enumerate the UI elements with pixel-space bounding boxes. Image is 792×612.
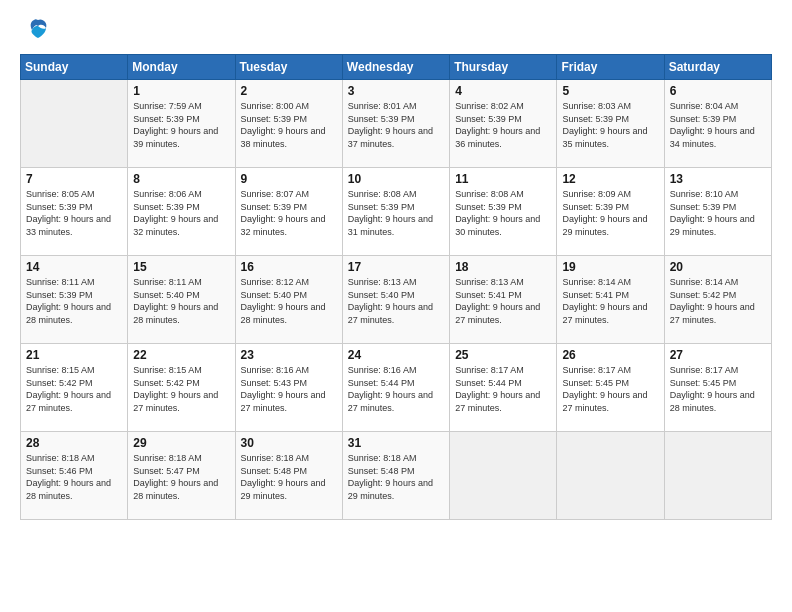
day-number: 2	[241, 84, 337, 98]
calendar-cell: 10Sunrise: 8:08 AMSunset: 5:39 PMDayligh…	[342, 168, 449, 256]
calendar-cell	[664, 432, 771, 520]
calendar-cell	[557, 432, 664, 520]
day-info: Sunrise: 8:15 AMSunset: 5:42 PMDaylight:…	[26, 364, 122, 414]
day-info: Sunrise: 8:18 AMSunset: 5:48 PMDaylight:…	[348, 452, 444, 502]
day-info: Sunrise: 8:02 AMSunset: 5:39 PMDaylight:…	[455, 100, 551, 150]
calendar-cell: 24Sunrise: 8:16 AMSunset: 5:44 PMDayligh…	[342, 344, 449, 432]
day-number: 19	[562, 260, 658, 274]
day-info: Sunrise: 8:14 AMSunset: 5:42 PMDaylight:…	[670, 276, 766, 326]
calendar-cell: 16Sunrise: 8:12 AMSunset: 5:40 PMDayligh…	[235, 256, 342, 344]
day-number: 27	[670, 348, 766, 362]
day-number: 16	[241, 260, 337, 274]
day-number: 20	[670, 260, 766, 274]
day-info: Sunrise: 8:00 AMSunset: 5:39 PMDaylight:…	[241, 100, 337, 150]
day-number: 15	[133, 260, 229, 274]
day-number: 18	[455, 260, 551, 274]
week-row-2: 7Sunrise: 8:05 AMSunset: 5:39 PMDaylight…	[21, 168, 772, 256]
calendar-cell: 26Sunrise: 8:17 AMSunset: 5:45 PMDayligh…	[557, 344, 664, 432]
day-number: 7	[26, 172, 122, 186]
day-info: Sunrise: 8:16 AMSunset: 5:44 PMDaylight:…	[348, 364, 444, 414]
calendar-cell	[21, 80, 128, 168]
calendar-cell: 1Sunrise: 7:59 AMSunset: 5:39 PMDaylight…	[128, 80, 235, 168]
day-info: Sunrise: 8:14 AMSunset: 5:41 PMDaylight:…	[562, 276, 658, 326]
day-number: 1	[133, 84, 229, 98]
day-number: 8	[133, 172, 229, 186]
day-number: 4	[455, 84, 551, 98]
logo	[20, 16, 52, 44]
day-info: Sunrise: 8:13 AMSunset: 5:41 PMDaylight:…	[455, 276, 551, 326]
calendar-cell: 15Sunrise: 8:11 AMSunset: 5:40 PMDayligh…	[128, 256, 235, 344]
day-number: 13	[670, 172, 766, 186]
calendar-cell	[450, 432, 557, 520]
day-number: 30	[241, 436, 337, 450]
calendar-cell: 25Sunrise: 8:17 AMSunset: 5:44 PMDayligh…	[450, 344, 557, 432]
calendar-cell: 6Sunrise: 8:04 AMSunset: 5:39 PMDaylight…	[664, 80, 771, 168]
day-info: Sunrise: 8:12 AMSunset: 5:40 PMDaylight:…	[241, 276, 337, 326]
calendar-cell: 11Sunrise: 8:08 AMSunset: 5:39 PMDayligh…	[450, 168, 557, 256]
calendar-table: Sunday Monday Tuesday Wednesday Thursday…	[20, 54, 772, 520]
day-info: Sunrise: 8:03 AMSunset: 5:39 PMDaylight:…	[562, 100, 658, 150]
day-number: 12	[562, 172, 658, 186]
day-info: Sunrise: 8:10 AMSunset: 5:39 PMDaylight:…	[670, 188, 766, 238]
calendar-cell: 29Sunrise: 8:18 AMSunset: 5:47 PMDayligh…	[128, 432, 235, 520]
day-info: Sunrise: 8:17 AMSunset: 5:45 PMDaylight:…	[670, 364, 766, 414]
calendar-cell: 3Sunrise: 8:01 AMSunset: 5:39 PMDaylight…	[342, 80, 449, 168]
logo-bird-icon	[24, 16, 52, 44]
calendar-header: Sunday Monday Tuesday Wednesday Thursday…	[21, 55, 772, 80]
day-number: 17	[348, 260, 444, 274]
header-row: Sunday Monday Tuesday Wednesday Thursday…	[21, 55, 772, 80]
day-number: 23	[241, 348, 337, 362]
day-number: 24	[348, 348, 444, 362]
day-info: Sunrise: 8:08 AMSunset: 5:39 PMDaylight:…	[348, 188, 444, 238]
header-sunday: Sunday	[21, 55, 128, 80]
calendar-cell: 30Sunrise: 8:18 AMSunset: 5:48 PMDayligh…	[235, 432, 342, 520]
day-info: Sunrise: 8:18 AMSunset: 5:47 PMDaylight:…	[133, 452, 229, 502]
day-info: Sunrise: 8:15 AMSunset: 5:42 PMDaylight:…	[133, 364, 229, 414]
calendar-cell: 13Sunrise: 8:10 AMSunset: 5:39 PMDayligh…	[664, 168, 771, 256]
day-number: 14	[26, 260, 122, 274]
day-info: Sunrise: 8:17 AMSunset: 5:45 PMDaylight:…	[562, 364, 658, 414]
calendar-cell: 27Sunrise: 8:17 AMSunset: 5:45 PMDayligh…	[664, 344, 771, 432]
day-number: 3	[348, 84, 444, 98]
calendar-cell: 21Sunrise: 8:15 AMSunset: 5:42 PMDayligh…	[21, 344, 128, 432]
header-friday: Friday	[557, 55, 664, 80]
day-number: 28	[26, 436, 122, 450]
calendar-cell: 20Sunrise: 8:14 AMSunset: 5:42 PMDayligh…	[664, 256, 771, 344]
header	[20, 16, 772, 44]
calendar-cell: 22Sunrise: 8:15 AMSunset: 5:42 PMDayligh…	[128, 344, 235, 432]
calendar-cell: 8Sunrise: 8:06 AMSunset: 5:39 PMDaylight…	[128, 168, 235, 256]
day-number: 6	[670, 84, 766, 98]
header-monday: Monday	[128, 55, 235, 80]
calendar-cell: 31Sunrise: 8:18 AMSunset: 5:48 PMDayligh…	[342, 432, 449, 520]
day-number: 5	[562, 84, 658, 98]
calendar-cell: 17Sunrise: 8:13 AMSunset: 5:40 PMDayligh…	[342, 256, 449, 344]
day-number: 11	[455, 172, 551, 186]
week-row-4: 21Sunrise: 8:15 AMSunset: 5:42 PMDayligh…	[21, 344, 772, 432]
day-info: Sunrise: 8:08 AMSunset: 5:39 PMDaylight:…	[455, 188, 551, 238]
day-info: Sunrise: 8:04 AMSunset: 5:39 PMDaylight:…	[670, 100, 766, 150]
day-number: 31	[348, 436, 444, 450]
calendar-cell: 9Sunrise: 8:07 AMSunset: 5:39 PMDaylight…	[235, 168, 342, 256]
day-info: Sunrise: 8:11 AMSunset: 5:39 PMDaylight:…	[26, 276, 122, 326]
day-number: 26	[562, 348, 658, 362]
header-thursday: Thursday	[450, 55, 557, 80]
calendar-page: Sunday Monday Tuesday Wednesday Thursday…	[0, 0, 792, 612]
day-info: Sunrise: 8:05 AMSunset: 5:39 PMDaylight:…	[26, 188, 122, 238]
calendar-body: 1Sunrise: 7:59 AMSunset: 5:39 PMDaylight…	[21, 80, 772, 520]
day-info: Sunrise: 8:01 AMSunset: 5:39 PMDaylight:…	[348, 100, 444, 150]
day-number: 9	[241, 172, 337, 186]
day-info: Sunrise: 8:13 AMSunset: 5:40 PMDaylight:…	[348, 276, 444, 326]
day-info: Sunrise: 8:17 AMSunset: 5:44 PMDaylight:…	[455, 364, 551, 414]
day-number: 21	[26, 348, 122, 362]
day-number: 29	[133, 436, 229, 450]
week-row-3: 14Sunrise: 8:11 AMSunset: 5:39 PMDayligh…	[21, 256, 772, 344]
calendar-cell: 7Sunrise: 8:05 AMSunset: 5:39 PMDaylight…	[21, 168, 128, 256]
day-number: 25	[455, 348, 551, 362]
day-info: Sunrise: 8:18 AMSunset: 5:48 PMDaylight:…	[241, 452, 337, 502]
calendar-cell: 4Sunrise: 8:02 AMSunset: 5:39 PMDaylight…	[450, 80, 557, 168]
day-info: Sunrise: 8:16 AMSunset: 5:43 PMDaylight:…	[241, 364, 337, 414]
day-info: Sunrise: 8:18 AMSunset: 5:46 PMDaylight:…	[26, 452, 122, 502]
day-number: 10	[348, 172, 444, 186]
header-wednesday: Wednesday	[342, 55, 449, 80]
calendar-cell: 14Sunrise: 8:11 AMSunset: 5:39 PMDayligh…	[21, 256, 128, 344]
